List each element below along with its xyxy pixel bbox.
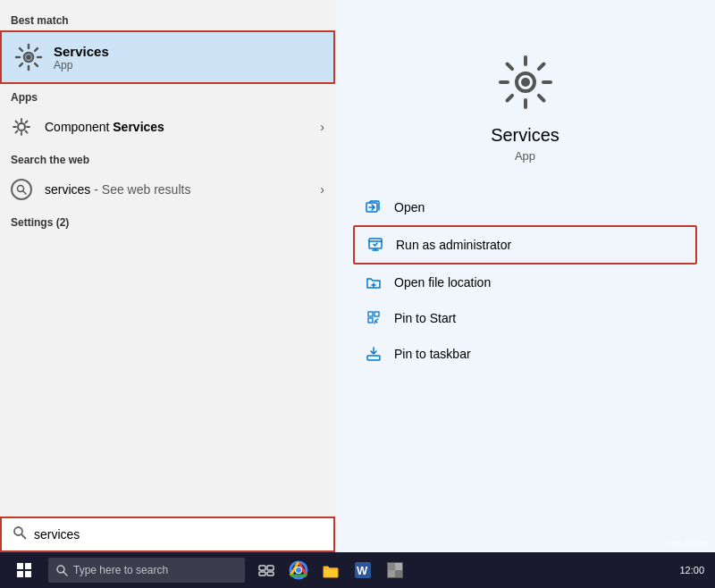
chrome-icon[interactable] [284,556,313,584]
component-services-label: Component Services [45,120,320,134]
web-search-label: Search the web [0,147,335,170]
action-admin-label: Run as administrator [396,238,511,252]
svg-rect-35 [395,570,402,577]
action-file-location[interactable]: Open file location [353,265,697,300]
web-search-arrow: › [320,182,324,197]
search-icon [13,525,27,543]
best-match-text: Services App [54,44,109,71]
svg-line-6 [21,534,26,539]
svg-rect-16 [25,563,31,569]
web-search-item[interactable]: services - See web results › [0,170,335,209]
svg-rect-18 [25,571,31,577]
action-pin-start-label: Pin to Start [394,311,456,325]
web-search-suffix: - See web results [90,182,190,197]
svg-text:W: W [357,564,368,577]
services-gear-icon [13,41,45,73]
search-web-icon [11,179,32,200]
action-pin-start[interactable]: Pin to Start [353,300,697,336]
taskbar-search[interactable]: Type here to search [48,558,245,583]
svg-rect-10 [369,239,382,248]
word-icon[interactable]: W [349,556,377,584]
app-preview-type: App [515,149,535,163]
right-panel: Services App Open [335,0,715,552]
svg-rect-23 [259,572,265,575]
best-match-item[interactable]: Services App [0,30,335,84]
svg-rect-17 [17,571,23,577]
action-open[interactable]: Open [353,189,697,225]
svg-rect-22 [267,566,273,570]
search-input-value: services [34,527,323,542]
svg-rect-34 [388,570,395,577]
taskbar-right: 12:00 [679,565,711,575]
admin-icon [366,235,385,255]
settings-label: Settings (2) [0,209,335,232]
watermark: wsxdn.com [667,539,711,549]
left-panel: Best match Services App A [0,0,335,552]
taskbar-apps: W [252,556,409,584]
taskbar-search-text: Type here to search [73,564,168,576]
pin-taskbar-icon [364,344,383,364]
action-list: Open Run as administrator [335,189,715,372]
component-services-item[interactable]: Component Services › [0,107,335,147]
svg-rect-21 [259,566,265,570]
action-run-admin[interactable]: Run as administrator [353,225,697,265]
app-preview-icon [497,54,554,111]
start-button[interactable] [4,552,45,588]
desktop: Best match Services App A [0,0,715,588]
svg-point-8 [521,78,530,87]
web-search-text: services - See web results [45,182,320,197]
action-pin-taskbar-label: Pin to taskbar [394,347,471,361]
photos-icon[interactable] [381,556,409,584]
taskbar: Type here to search [0,552,715,588]
svg-point-28 [296,567,301,573]
start-menu: Best match Services App A [0,0,715,552]
apps-label: Apps [0,84,335,107]
search-results: Best match Services App A [0,0,335,517]
svg-rect-33 [395,563,402,570]
svg-line-20 [63,572,67,575]
svg-point-1 [26,55,31,60]
app-preview-title: Services [491,125,559,146]
svg-rect-11 [368,312,373,316]
folder-icon [364,273,383,292]
best-match-title: Services [54,44,109,59]
svg-rect-15 [17,563,23,569]
explorer-icon[interactable] [316,556,345,584]
action-open-label: Open [394,200,425,214]
taskbar-time: 12:00 [679,565,704,575]
svg-line-4 [23,191,27,195]
open-icon [364,197,383,217]
svg-rect-14 [367,356,380,360]
component-services-icon [11,116,32,138]
pin-start-icon [364,308,383,328]
svg-rect-32 [388,563,395,570]
svg-rect-13 [368,318,373,323]
svg-point-2 [18,123,25,130]
action-file-location-label: Open file location [394,275,491,290]
best-match-label: Best match [0,7,335,30]
best-match-subtitle: App [54,59,109,71]
svg-rect-24 [267,572,273,575]
search-bar[interactable]: services [0,517,335,552]
task-view-icon[interactable] [252,556,281,584]
svg-rect-12 [374,312,379,316]
action-pin-taskbar[interactable]: Pin to taskbar [353,336,697,372]
component-services-arrow: › [320,120,324,134]
